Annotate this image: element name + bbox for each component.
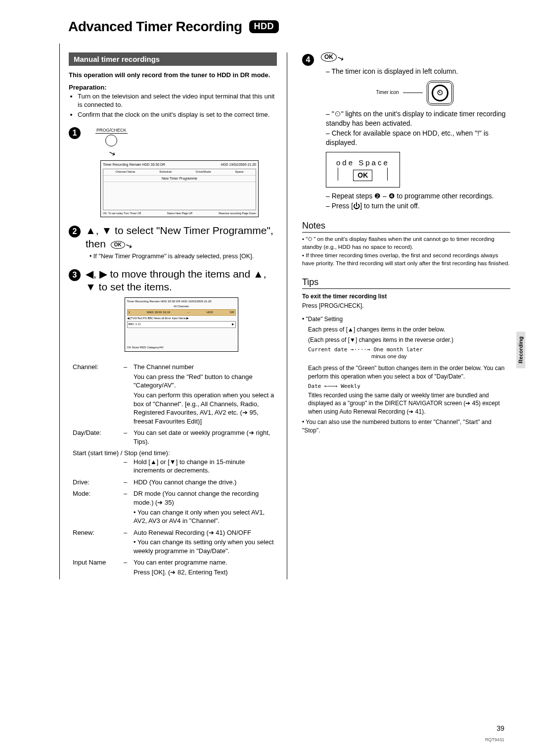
step-4-badge: 4: [302, 54, 314, 66]
tips-date-head: "Date" Setting: [306, 316, 343, 323]
renew-value: Auto Renewal Recording (➔ 41) ON/OFF: [134, 528, 277, 537]
timer-icon: ⏲: [427, 81, 453, 105]
timer-list-screenshot: Timer Recording Remain HDD 30:30 DR HDD …: [100, 160, 259, 217]
startstop-label: Start (start time) / Stop (end time):: [73, 449, 277, 458]
channel-label: Channel:: [73, 363, 120, 425]
step-2-sub: If "New Timer Programme" is already sele…: [86, 252, 277, 261]
tips-dateweekly: Date ←──→ Weekly: [308, 383, 510, 389]
mode-sub: You can change it only when you select A…: [134, 509, 265, 525]
side-tab-recording: Recording: [516, 331, 525, 368]
step4-line: Check for available space on HDD, etc., …: [326, 129, 489, 147]
section-header: Manual timer recordings: [69, 52, 277, 66]
page-number: 39: [496, 724, 504, 732]
tips-numbered: You can also use the numbered buttons to…: [302, 419, 491, 434]
tips-date-arrow-sub: minus one day: [371, 353, 510, 360]
pointer-icon: ↘: [107, 148, 116, 159]
tips-group: Titles recorded using the same daily or …: [308, 391, 510, 416]
step-3-text: ◀, ▶ to move through the items and ▲, ▼ …: [86, 268, 267, 292]
renew-sub: You can change its setting only when you…: [134, 538, 274, 555]
tips-date-line: (Each press of [▼] changes items in the …: [308, 336, 510, 344]
inputname-label: Input Name: [73, 558, 120, 576]
note-item: "⏲" on the unit's display flashes when t…: [302, 236, 510, 251]
drive-label: Drive:: [73, 478, 120, 487]
note-item: If three timer recording times overlap, …: [302, 252, 510, 267]
page-title: Advanced Timer Recording: [68, 19, 242, 35]
channel-sub: You can perform this operation when you …: [134, 391, 277, 425]
step-1-badge: 1: [69, 127, 81, 139]
tips-exit-head: To exit the timer recording list: [302, 293, 510, 300]
pointer-icon: ↘: [336, 52, 345, 64]
step-3-badge: 3: [69, 269, 81, 281]
ok-button-icon: OK: [321, 52, 337, 62]
step4-line: The timer icon is displayed in left colu…: [331, 67, 458, 75]
renew-label: Renew:: [73, 528, 120, 556]
space-ok-fragment: ode Space OK: [326, 152, 400, 188]
prep-item: Turn on the television and select the vi…: [78, 92, 277, 109]
doc-id: RQT9431: [485, 737, 504, 742]
daydate-value: You can set date or weekly programme (➔ …: [134, 428, 277, 446]
mode-value: DR mode (You cannot change the recording…: [134, 489, 277, 507]
daydate-label: Day/Date:: [73, 428, 120, 446]
drive-value: HDD (You cannot change the drive.): [134, 478, 277, 487]
step4-line: "⏲" lights on the unit's display to indi…: [326, 110, 506, 128]
tips-green: Each press of the "Green" button changes…: [308, 364, 510, 381]
ok-button-icon: OK: [111, 241, 125, 249]
step-2-badge: 2: [69, 226, 81, 237]
channel-value: The Channel number: [134, 363, 277, 372]
prep-item: Confirm that the clock on the unit's dis…: [78, 110, 277, 119]
tips-date-line: Each press of [▲] changes items in the o…: [308, 326, 510, 334]
startstop-value: Hold [▲] or [▼] to change in 15-minute i…: [134, 458, 277, 475]
hdd-badge: HDD: [249, 20, 279, 33]
channel-sub: You can press the "Red" button to change…: [134, 373, 277, 390]
step4-line: Repeat steps ❷ – ❹ to programme other re…: [332, 192, 494, 200]
preparation-label: Preparation:: [69, 84, 277, 91]
inputname-sub: Press [OK]. (➔ 82, Entering Text): [134, 568, 277, 577]
mode-label: Mode:: [73, 489, 120, 525]
pointer-icon: ↘: [124, 240, 133, 251]
step4-line: Press [⏻] to turn the unit off.: [332, 202, 420, 210]
tips-heading: Tips: [302, 277, 510, 289]
inputname-value: You can enter programme name.: [134, 558, 277, 567]
timer-edit-screenshot: Timer Recording Remain HDD 30:30 DR HDD …: [125, 297, 238, 352]
notes-heading: Notes: [302, 221, 510, 233]
timer-icon-label: Timer icon: [376, 90, 399, 96]
prog-check-label: PROG/CHECK: [95, 128, 128, 134]
tips-date-arrow: Current date →····→ One month later: [308, 346, 510, 353]
intro-text: This operation will only record from the…: [69, 71, 270, 79]
tips-exit: Press [PROG/CHECK].: [302, 302, 510, 310]
